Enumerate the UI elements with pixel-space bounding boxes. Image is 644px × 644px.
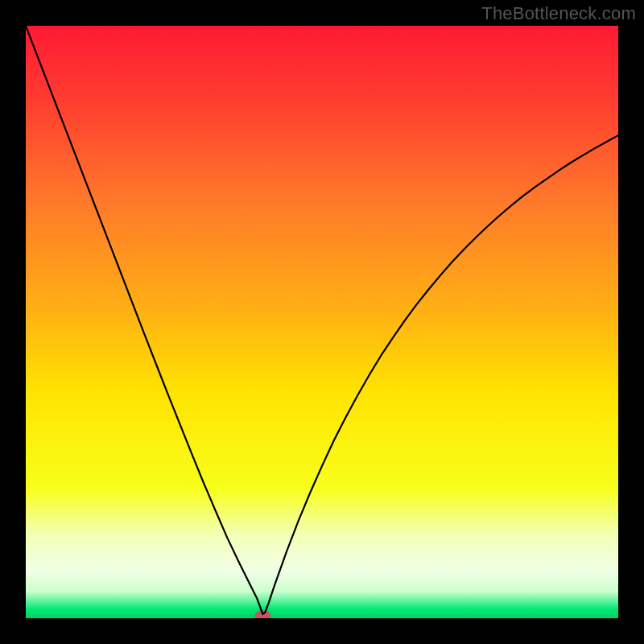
chart-frame: TheBottleneck.com <box>0 0 644 644</box>
watermark-text: TheBottleneck.com <box>481 3 636 24</box>
gradient-background <box>26 26 618 618</box>
plot-area <box>26 26 618 618</box>
chart-svg <box>26 26 618 618</box>
